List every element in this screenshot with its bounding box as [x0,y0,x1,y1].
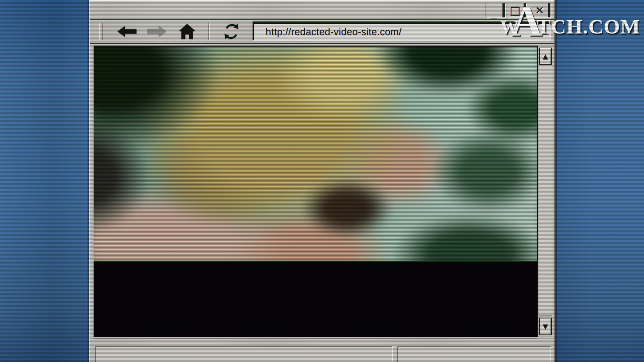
status-panel-right [397,346,551,362]
scrollbar-thumb[interactable] [539,66,552,316]
page-content: ▲ ▼ [94,46,552,337]
browser-toolbar: http://redacted-video-site.com/ [90,19,554,44]
status-panel-left [95,346,393,362]
home-icon [178,23,196,40]
minimize-icon: _ [491,7,497,19]
scroll-down-icon: ▼ [543,323,548,330]
vhs-scanline-overlay [94,47,537,261]
url-text: http://redacted-video-site.com/ [266,26,402,38]
toolbar-grip[interactable] [99,23,103,40]
scroll-down-button[interactable]: ▼ [539,318,552,335]
forward-button[interactable] [142,21,172,42]
watermark-text: TCH.COM [537,15,640,39]
watchcom-watermark: WATCH.COM [500,2,640,39]
back-button[interactable] [112,21,142,42]
scroll-up-button[interactable]: ▲ [539,48,552,65]
home-button[interactable] [172,21,202,42]
toolbar-divider [208,23,210,40]
forward-arrow-icon [147,25,167,38]
letterbox-bar [94,261,537,338]
status-bar [90,337,554,362]
browser-window: _ □ ✕ [89,0,555,362]
window-titlebar[interactable]: _ □ ✕ [90,0,554,19]
refresh-button[interactable] [216,21,247,42]
scroll-up-icon: ▲ [543,53,548,60]
vertical-scrollbar[interactable]: ▲ ▼ [537,46,552,337]
crt-screen: _ □ ✕ [0,0,644,362]
refresh-icon [222,22,240,41]
watermark-letter-a: A [511,4,542,38]
video-still[interactable] [94,46,537,338]
back-arrow-icon [116,25,137,38]
